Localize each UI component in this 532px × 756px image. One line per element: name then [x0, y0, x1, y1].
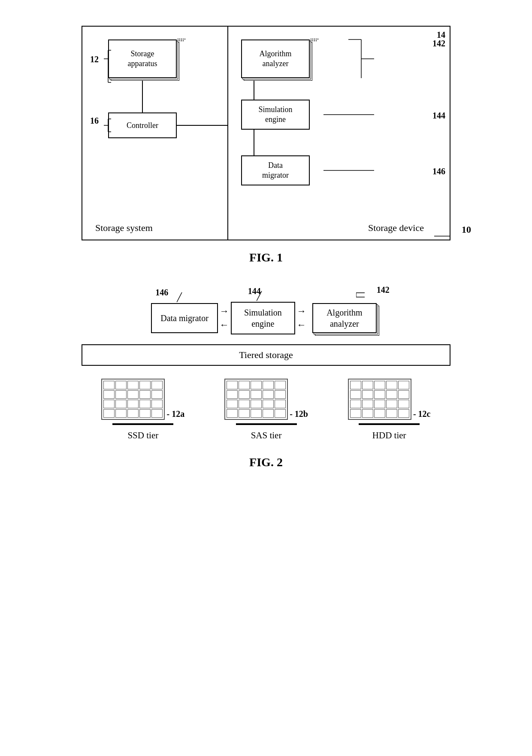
- fig2-data-migrator: 146 Data migrator: [151, 303, 218, 333]
- tiered-storage-bar: Tiered storage: [82, 344, 450, 366]
- svg-line-21: [257, 291, 262, 301]
- simulation-engine-box-fig1: Simulationengine: [241, 100, 310, 130]
- right-section: Algorithmanalyzer Simulationengine Datam…: [228, 27, 450, 240]
- ref-16: 16: [90, 116, 99, 126]
- fig2-top-row: 146 Data migrator → ← 144 Simulationengi…: [82, 299, 450, 337]
- hdd-ref: - 12c: [413, 409, 431, 419]
- right-arrow-2: →: [297, 306, 306, 317]
- ref144-line: [257, 289, 282, 302]
- fig2-algorithm-analyzer: 142 Algorithmanalyzer: [308, 303, 381, 337]
- tier-hdd: - 12c HDD tier: [348, 379, 431, 441]
- ref-12: 12: [90, 55, 99, 64]
- left-arrow-1: ←: [220, 319, 229, 331]
- hdd-grid-icon: [348, 379, 411, 420]
- algo-stack-fig2: Algorithmanalyzer: [308, 303, 381, 337]
- fig2-arrow-2: → ←: [297, 306, 306, 331]
- storage-system-label: Storage system: [95, 222, 153, 234]
- ssd-ref: - 12a: [166, 409, 184, 419]
- tiers-row: - 12a SSD tier - 12b SAS tier: [82, 379, 450, 441]
- fig2-container: 146 Data migrator → ← 144 Simulationengi…: [26, 299, 506, 491]
- ref-142-fig1: 142: [432, 39, 445, 49]
- ref146-line: [177, 290, 203, 303]
- fig2-data-migrator-box: Data migrator: [151, 303, 218, 333]
- tier-ssd: - 12a SSD tier: [101, 379, 184, 441]
- ref-146-fig2: 146: [155, 288, 168, 298]
- sas-grid-base: [236, 423, 297, 425]
- fig2-simulation-engine: 144 Simulationengine: [231, 302, 295, 334]
- fig1-container: Storageapparatus 12 Controller 16: [26, 17, 506, 286]
- ref142-bracket: [356, 284, 390, 306]
- fig2-caption: FIG. 2: [249, 455, 283, 469]
- ref-144-fig1: 144: [432, 111, 445, 121]
- right-arrow-1: →: [220, 306, 229, 317]
- sas-grid-icon: [224, 379, 288, 420]
- svg-line-20: [177, 292, 182, 302]
- hdd-tier-label: HDD tier: [372, 430, 406, 441]
- storage-device-label: Storage device: [368, 222, 424, 234]
- fig1-caption: FIG. 1: [249, 251, 283, 264]
- ssd-tier-label: SSD tier: [127, 430, 158, 441]
- controller-box: Controller: [108, 112, 177, 138]
- hdd-grid-base: [359, 423, 420, 425]
- data-migrator-box-fig1: Datamigrator: [241, 155, 310, 185]
- sas-tier-label: SAS tier: [251, 430, 282, 441]
- algo-stack-front: Algorithmanalyzer: [312, 303, 377, 333]
- ssd-grid-base: [112, 423, 173, 425]
- ssd-grid-icon: [101, 379, 165, 420]
- fig1-diagram: Storageapparatus 12 Controller 16: [82, 26, 450, 240]
- tier-sas: - 12b SAS tier: [224, 379, 308, 441]
- ref-146-fig1: 146: [432, 167, 445, 176]
- fig2-simulation-engine-box: Simulationengine: [231, 302, 295, 334]
- ref-10: 10: [462, 224, 471, 235]
- left-arrow-2: ←: [297, 319, 306, 331]
- fig2-arrow-1: → ←: [220, 306, 229, 331]
- storage-apparatus-box: Storageapparatus: [108, 39, 177, 78]
- sas-ref: - 12b: [290, 409, 308, 419]
